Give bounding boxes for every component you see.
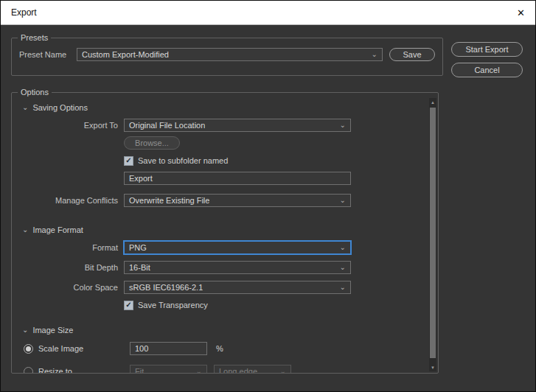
options-content: ⌄ Saving Options Export To Original File…	[12, 97, 438, 373]
presets-group-label: Presets	[18, 33, 51, 42]
resize-to-radio[interactable]	[24, 367, 33, 374]
subfolder-checkbox-row: ✓ Save to subfolder named	[21, 155, 438, 166]
preset-row: Preset Name Custom Export-Modified ⌄ Sav…	[12, 42, 442, 61]
chevron-down-icon: ⌄	[22, 326, 28, 334]
color-space-select[interactable]: sRGB IEC61966-2.1 ⌄	[124, 281, 351, 294]
subfolder-name-input[interactable]	[124, 172, 351, 185]
scroll-up-icon[interactable]: ▲	[429, 98, 436, 106]
section-saving-options-label: Saving Options	[32, 103, 88, 112]
scrollbar-thumb[interactable]	[430, 108, 436, 358]
chevron-down-icon: ⌄	[340, 197, 346, 204]
fit-value: Fit	[135, 367, 144, 373]
section-saving-options[interactable]: ⌄ Saving Options	[22, 102, 438, 113]
long-edge-value: Long edge	[219, 367, 257, 373]
format-value: PNG	[129, 243, 147, 252]
resize-to-row: Resize to Fit ⌄ Long edge ⌄	[21, 365, 438, 373]
browse-row: Browse...	[21, 136, 438, 150]
bit-depth-select[interactable]: 16-Bit ⌄	[124, 261, 351, 274]
scroll-down-icon[interactable]: ▼	[429, 363, 436, 371]
radio-dot	[26, 346, 31, 351]
chevron-down-icon: ⌄	[372, 51, 377, 58]
options-scrollbar[interactable]: ▲ ▼	[429, 98, 436, 371]
save-button[interactable]: Save	[389, 48, 435, 61]
scale-image-radio[interactable]	[24, 344, 33, 354]
resize-to-label: Resize to	[38, 367, 72, 373]
color-space-row: Color Space sRGB IEC61966-2.1 ⌄	[21, 281, 438, 294]
export-to-select[interactable]: Original File Location ⌄	[124, 119, 351, 132]
bit-depth-value: 16-Bit	[129, 263, 150, 272]
transparency-checkbox[interactable]: ✓	[124, 301, 133, 310]
chevron-down-icon: ⌄	[22, 104, 28, 111]
section-image-format-label: Image Format	[32, 225, 83, 234]
format-label: Format	[21, 243, 124, 252]
titlebar: Export ✕	[1, 1, 535, 25]
subfolder-checkbox[interactable]: ✓	[124, 156, 133, 166]
chevron-down-icon: ⌄	[22, 226, 28, 234]
long-edge-select[interactable]: Long edge ⌄	[214, 365, 291, 373]
color-space-value: sRGB IEC61966-2.1	[129, 283, 203, 292]
start-export-button[interactable]: Start Export	[451, 42, 523, 57]
manage-conflicts-row: Manage Conflicts Overwrite Existing File…	[21, 194, 438, 207]
format-select[interactable]: PNG ⌄	[124, 241, 351, 254]
presets-group: Presets Preset Name Custom Export-Modifi…	[11, 33, 443, 76]
export-dialog: Export ✕ Presets Preset Name Custom Expo…	[0, 0, 536, 392]
resize-to-radio-cell: Resize to	[21, 367, 130, 374]
manage-conflicts-value: Overwrite Existing File	[129, 196, 209, 205]
chevron-down-icon: ⌄	[340, 284, 346, 291]
scale-image-label: Scale Image	[38, 344, 83, 353]
options-group: Options ⌄ Saving Options Export To Origi…	[11, 88, 439, 374]
preset-name-select[interactable]: Custom Export-Modified ⌄	[77, 48, 383, 61]
dialog-actions: Start Export Cancel	[451, 42, 523, 77]
subfolder-checkbox-label: Save to subfolder named	[138, 156, 228, 165]
section-image-format[interactable]: ⌄ Image Format	[22, 225, 438, 235]
format-row: Format PNG ⌄	[21, 241, 438, 254]
transparency-checkbox-label: Save Transparency	[138, 301, 208, 309]
cancel-button[interactable]: Cancel	[451, 63, 523, 77]
bit-depth-label: Bit Depth	[21, 263, 124, 272]
color-space-label: Color Space	[21, 283, 124, 292]
preset-name-value: Custom Export-Modified	[82, 50, 169, 59]
section-image-size-label: Image Size	[32, 326, 73, 335]
scale-percent-input[interactable]	[130, 342, 207, 355]
manage-conflicts-label: Manage Conflicts	[21, 196, 124, 205]
fit-select[interactable]: Fit ⌄	[130, 365, 207, 373]
percent-label: %	[216, 344, 223, 353]
section-image-size[interactable]: ⌄ Image Size	[22, 325, 438, 335]
chevron-down-icon: ⌄	[340, 264, 346, 271]
chevron-down-icon: ⌄	[196, 368, 202, 373]
scale-image-row: Scale Image %	[21, 341, 438, 356]
subfolder-name-row	[21, 172, 438, 185]
bit-depth-row: Bit Depth 16-Bit ⌄	[21, 261, 438, 274]
check-icon: ✓	[125, 157, 131, 164]
chevron-down-icon: ⌄	[340, 244, 346, 251]
scale-image-radio-cell: Scale Image	[21, 344, 130, 354]
manage-conflicts-select[interactable]: Overwrite Existing File ⌄	[124, 194, 351, 207]
export-to-row: Export To Original File Location ⌄	[21, 119, 438, 132]
options-group-label: Options	[18, 88, 52, 97]
check-icon: ✓	[125, 301, 131, 309]
chevron-down-icon: ⌄	[280, 368, 286, 373]
close-icon[interactable]: ✕	[517, 8, 525, 18]
browse-button[interactable]: Browse...	[124, 136, 180, 150]
preset-name-label: Preset Name	[19, 50, 72, 59]
export-to-label: Export To	[21, 121, 124, 130]
transparency-checkbox-row: ✓ Save Transparency	[21, 300, 438, 310]
export-to-value: Original File Location	[129, 121, 205, 130]
chevron-down-icon: ⌄	[340, 122, 346, 129]
dialog-title: Export	[11, 7, 37, 18]
